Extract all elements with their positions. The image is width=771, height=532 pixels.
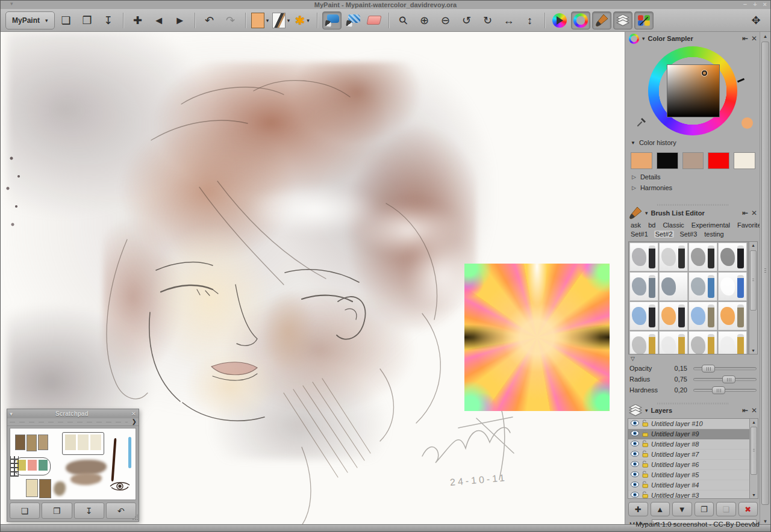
layer-row[interactable]: Untitled layer #9 [628,429,749,439]
close-icon[interactable]: ✕ [751,34,757,43]
brush-item[interactable] [688,331,717,354]
sidebar-scrollbar[interactable]: ▴ ▾ [760,32,770,525]
redo-button[interactable]: ↷ [221,11,240,29]
slider-track[interactable] [693,389,757,392]
new-painting-button[interactable]: ❏ [57,11,76,29]
brush-group-tab-set#2[interactable]: Set#2 [654,230,674,238]
minimize-button[interactable]: − [743,1,747,8]
next-scrap-button[interactable]: ► [170,11,190,29]
brush-group-tab-testing[interactable]: testing [703,230,725,238]
brush-item[interactable] [659,243,688,271]
scroll-down-icon[interactable]: ▾ [760,518,770,524]
triangle-down-icon[interactable]: ▼ [631,140,635,146]
slider-track[interactable] [693,367,757,370]
scratchpad-expander-icon[interactable]: ❯ [132,418,137,425]
scratchpad-titlebar[interactable]: ▾ Scratchpad ✕ [7,409,139,418]
history-swatch[interactable] [708,152,729,169]
scrollbar-thumb[interactable] [761,42,769,505]
close-icon[interactable]: ✕ [751,406,757,415]
rotate-ccw-button[interactable]: ↺ [457,11,476,29]
scroll-down-icon[interactable]: ▾ [749,348,757,353]
brush-editor-toggle[interactable] [592,11,611,29]
rotate-cw-button[interactable]: ↻ [478,11,498,29]
triangle-right-icon[interactable]: ▷ [632,185,636,191]
layer-visible-eye-icon[interactable] [631,430,639,438]
copy-painting-button[interactable]: ❐ [78,11,97,29]
undo-button[interactable]: ↶ [200,11,219,29]
color-sampler-toggle[interactable] [571,11,590,29]
layer-lock-icon[interactable] [641,430,649,438]
eyedropper-icon[interactable] [637,117,646,127]
brush-group-tab-set#3[interactable]: Set#3 [679,230,699,238]
zoom-out-button[interactable]: ⊖ [436,11,455,29]
menu-chevron-icon[interactable]: ▾ [10,1,13,7]
slider-handle[interactable] [722,376,735,383]
layer-row[interactable]: Untitled layer #7 [628,450,749,460]
scratchpad-resize-grip[interactable] [132,515,138,521]
details-expander[interactable]: ▷ Details [626,172,760,182]
history-swatch[interactable] [734,152,755,169]
scratchpad-new-button[interactable]: ❏ [10,503,40,519]
scroll-up-icon[interactable]: ▴ [749,243,757,248]
delete-layer-button[interactable]: ✖ [738,502,758,516]
slider-handle[interactable] [712,386,725,394]
maximize-button[interactable]: + [753,1,757,8]
scratchpad-copy-button[interactable]: ❐ [42,503,72,519]
brush-item[interactable] [629,272,658,301]
brush-item[interactable] [629,243,658,271]
dropdown-arrow-icon[interactable]: ▾ [45,17,48,23]
history-swatch[interactable] [682,152,704,169]
scroll-down-icon[interactable]: ▾ [750,492,758,498]
chevron-down-icon[interactable]: ▾ [645,407,648,413]
scratchpad-expander-strip[interactable]: ❯ [7,418,139,426]
brush-group-tab-classic[interactable]: Classic [661,221,685,229]
harmonies-expander[interactable]: ▷ Harmonies [626,182,760,193]
brush-group-tab-bd[interactable]: bd [647,221,657,229]
layer-lock-icon[interactable] [641,491,649,499]
sv-marker[interactable] [702,70,707,76]
save-as-button[interactable]: ↧ [99,11,118,29]
dropdown-arrow-icon[interactable]: ▾ [307,17,310,23]
dock-icon[interactable]: ⇤ [742,406,748,415]
layer-visible-eye-icon[interactable] [631,471,639,478]
close-icon[interactable]: ✕ [751,209,757,217]
brush-item[interactable] [718,331,747,354]
raise-layer-button[interactable]: ▲ [651,502,670,516]
add-layer-button[interactable]: ✚ [628,502,648,516]
layers-header[interactable]: ▾ Layers ⇤ ✕ [626,404,760,417]
layers-scrollbar[interactable]: ▴ ▾ [749,419,758,498]
dropdown-arrow-icon[interactable]: ▾ [287,17,290,23]
brush-item[interactable] [688,272,717,301]
close-button[interactable]: × [763,1,767,8]
layer-lock-icon[interactable] [641,440,649,448]
scrollbar-thumb[interactable] [751,427,757,475]
brush-item[interactable] [718,272,747,301]
brush-group-tab-experimental[interactable]: Experimental [690,221,731,229]
eraser-tool-button[interactable] [364,11,384,29]
dropdown-arrow-icon[interactable]: ▾ [266,17,269,23]
layer-visible-eye-icon[interactable] [631,420,639,427]
saturation-value-square[interactable] [667,64,720,117]
layer-row[interactable]: Untitled layer #8 [628,439,749,450]
chevron-down-icon[interactable]: ▾ [642,36,645,42]
layer-lock-icon[interactable] [641,450,649,459]
layer-visible-eye-icon[interactable] [631,481,639,489]
new-scrap-button[interactable]: ✚ [128,11,148,29]
title-bar[interactable]: ▾ MyPaint - Mypaint-watercolor_davidrevo… [1,1,770,9]
color-swatch-button[interactable]: ▾ [251,11,270,29]
layer-visible-eye-icon[interactable] [631,441,639,448]
painting-canvas[interactable]: 24-10-11 ▾ Scratchpad ✕ ❯ [1,32,625,525]
layer-row[interactable]: Untitled layer #5 [628,470,749,480]
zoom-in-button[interactable]: ⊕ [415,11,434,29]
brush-item[interactable] [629,302,658,330]
brush-item[interactable] [718,302,747,330]
move-canvas-button[interactable]: ✥ [746,11,766,29]
brush-blend-tool-button[interactable] [343,11,363,29]
brush-grid-scrollbar[interactable]: ▴ ▾ [749,242,757,354]
brush-item[interactable] [629,331,658,354]
dock-icon[interactable]: ⇤ [742,209,748,217]
flip-horizontal-button[interactable]: ↔ [499,11,519,29]
layer-lock-icon[interactable] [641,460,649,469]
flip-vertical-button[interactable]: ↕ [520,11,540,29]
brush-item[interactable] [688,302,717,330]
